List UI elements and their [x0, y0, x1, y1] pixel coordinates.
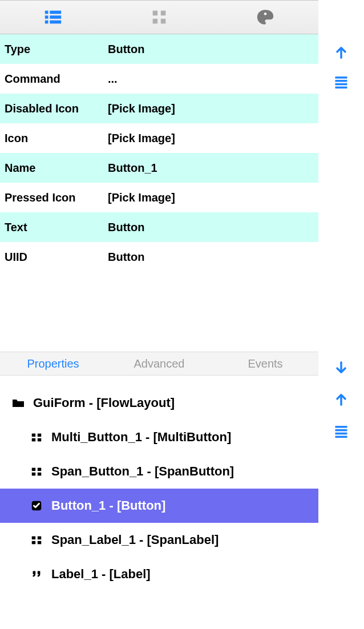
property-row[interactable]: Text Button [0, 212, 318, 242]
svg-rect-15 [32, 468, 35, 471]
property-row[interactable]: Icon [Pick Image] [0, 123, 318, 153]
property-row[interactable]: Pressed Icon [Pick Image] [0, 183, 318, 212]
property-value[interactable]: ... [106, 72, 318, 86]
move-up-button[interactable] [318, 38, 364, 67]
svg-rect-11 [32, 434, 35, 437]
svg-rect-8 [153, 19, 158, 24]
property-key: Name [0, 162, 106, 175]
svg-rect-0 [45, 11, 48, 14]
component-tree: GuiForm - [FlowLayout] Multi_Button_1 - … [0, 376, 318, 591]
arrow-up-icon [333, 45, 349, 61]
tree-node-label: Label_1 - [Label] [51, 567, 151, 582]
grid-view-button[interactable] [106, 1, 212, 34]
property-row[interactable]: Type Button [0, 34, 318, 64]
move-up-button-2[interactable] [318, 382, 364, 417]
tree-node[interactable]: Multi_Button_1 - [MultiButton] [0, 420, 318, 454]
palette-view-button[interactable] [212, 1, 318, 34]
svg-rect-4 [45, 21, 48, 24]
svg-point-10 [264, 13, 267, 15]
svg-rect-18 [38, 473, 41, 476]
quote-icon [27, 568, 46, 580]
properties-table: Type Button Command ... Disabled Icon [P… [0, 34, 318, 272]
tree-node-label: Button_1 - [Button] [51, 498, 165, 513]
check-square-icon [27, 499, 46, 512]
property-key: Pressed Icon [0, 191, 106, 204]
move-down-button[interactable] [318, 353, 364, 382]
property-key: UIID [0, 251, 106, 264]
tab-properties[interactable]: Properties [0, 357, 106, 370]
tree-node-label: Span_Label_1 - [SpanLabel] [51, 533, 219, 547]
property-value[interactable]: Button [106, 221, 318, 234]
arrow-down-icon [333, 360, 349, 376]
grid-icon [149, 7, 169, 27]
menu-lines-icon [333, 74, 349, 90]
property-row[interactable]: UIID Button [0, 242, 318, 272]
property-key: Disabled Icon [0, 102, 106, 115]
view-toolbar [0, 0, 318, 34]
grid-small-icon [27, 465, 46, 478]
property-key: Icon [0, 132, 106, 145]
grid-small-icon [27, 431, 46, 443]
property-row[interactable]: Command ... [0, 64, 318, 94]
list-view-button[interactable] [0, 1, 106, 34]
property-row[interactable]: Name Button_1 [0, 153, 318, 183]
svg-rect-23 [38, 541, 41, 545]
property-key: Text [0, 221, 106, 234]
svg-rect-14 [38, 438, 41, 442]
menu-button-2[interactable] [318, 417, 364, 446]
property-value[interactable]: Button [106, 43, 318, 56]
property-value[interactable]: Button_1 [106, 162, 318, 175]
menu-lines-icon [333, 424, 349, 440]
svg-rect-21 [38, 537, 41, 540]
tree-node-label: Multi_Button_1 - [MultiButton] [51, 430, 231, 445]
property-key: Command [0, 72, 106, 86]
svg-rect-1 [50, 11, 61, 14]
property-value[interactable]: [Pick Image] [106, 191, 318, 204]
property-value[interactable]: Button [106, 251, 318, 264]
property-key: Type [0, 43, 106, 56]
list-icon [43, 7, 63, 27]
svg-rect-9 [161, 19, 166, 24]
grid-small-icon [27, 534, 46, 546]
svg-rect-3 [50, 15, 61, 19]
tree-node-root[interactable]: GuiForm - [FlowLayout] [0, 386, 318, 420]
property-row[interactable]: Disabled Icon [Pick Image] [0, 94, 318, 123]
tab-events[interactable]: Events [212, 357, 318, 370]
property-value[interactable]: [Pick Image] [106, 132, 318, 145]
tree-node-selected[interactable]: Button_1 - [Button] [0, 489, 318, 523]
property-value[interactable]: [Pick Image] [106, 102, 318, 115]
svg-rect-6 [153, 11, 158, 16]
svg-rect-20 [32, 537, 35, 540]
palette-icon [256, 7, 275, 27]
svg-rect-2 [45, 15, 48, 19]
tab-advanced[interactable]: Advanced [106, 357, 212, 370]
tree-node-label: GuiForm - [FlowLayout] [33, 396, 175, 410]
tree-node[interactable]: Label_1 - [Label] [0, 557, 318, 591]
menu-button[interactable] [318, 67, 364, 97]
svg-rect-22 [32, 541, 35, 545]
svg-rect-5 [50, 21, 61, 24]
tree-node[interactable]: Span_Button_1 - [SpanButton] [0, 454, 318, 489]
tree-node[interactable]: Span_Label_1 - [SpanLabel] [0, 523, 318, 557]
svg-rect-13 [32, 438, 35, 442]
arrow-up-icon [333, 392, 349, 408]
sub-tabs: Properties Advanced Events [0, 352, 318, 376]
svg-rect-12 [38, 434, 41, 437]
svg-rect-7 [161, 11, 166, 16]
folder-open-icon [9, 396, 27, 410]
tree-node-label: Span_Button_1 - [SpanButton] [51, 464, 234, 479]
svg-rect-17 [32, 473, 35, 476]
svg-rect-16 [38, 468, 41, 471]
